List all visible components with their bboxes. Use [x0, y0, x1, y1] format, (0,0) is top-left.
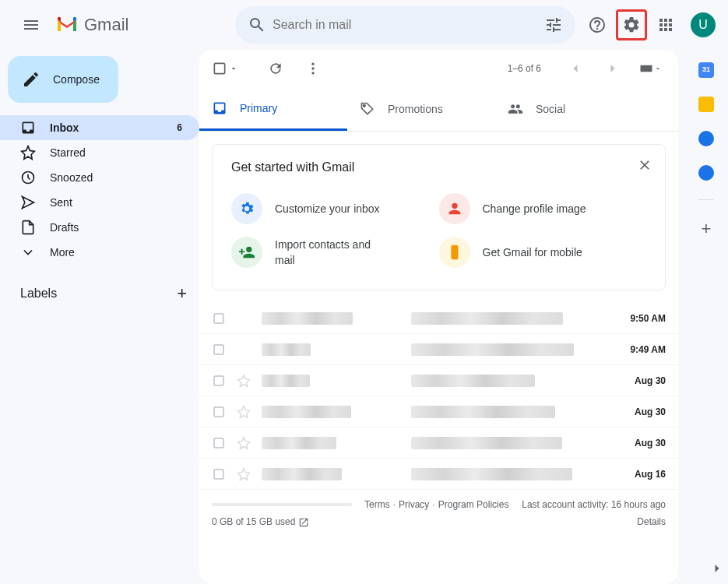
select-all-checkbox[interactable] [212, 61, 238, 76]
hamburger-icon [22, 16, 40, 34]
gs-import-contacts[interactable]: Import contacts and mail [231, 230, 439, 274]
mail-row[interactable]: 9:50 AM [199, 303, 678, 334]
person-icon [446, 200, 463, 217]
row-date: Aug 30 [635, 438, 666, 449]
close-get-started-button[interactable] [637, 157, 652, 173]
sidebar: Compose Inbox 6 Starred Snoozed Sent Dra… [0, 50, 199, 584]
logo[interactable]: Gmail [56, 15, 229, 35]
nav-snoozed[interactable]: Snoozed [0, 165, 199, 190]
tab-promotions[interactable]: Promotions [347, 87, 495, 131]
footer-privacy[interactable]: Privacy [399, 499, 429, 510]
footer-policies[interactable]: Program Policies [438, 499, 509, 510]
older-button[interactable] [597, 53, 628, 84]
nav-label: Sent [50, 196, 72, 209]
open-in-new-icon[interactable] [298, 517, 309, 528]
footer-details[interactable]: Details [637, 516, 666, 528]
footer-terms[interactable]: Terms [364, 499, 390, 510]
svg-rect-13 [214, 470, 223, 479]
nav-drafts[interactable]: Drafts [0, 215, 199, 240]
nav-sent[interactable]: Sent [0, 190, 199, 215]
svg-rect-1 [214, 63, 224, 73]
row-date: Aug 30 [635, 406, 666, 417]
mail-row[interactable]: Aug 30 [199, 365, 678, 396]
search-input[interactable] [273, 18, 538, 32]
tasks-app-button[interactable] [698, 131, 714, 146]
refresh-button[interactable] [260, 53, 291, 84]
settings-button-highlighted[interactable] [616, 9, 647, 40]
apps-button[interactable] [650, 9, 681, 40]
main-menu-button[interactable] [12, 6, 50, 44]
tab-primary[interactable]: Primary [199, 87, 347, 131]
input-tools-button[interactable] [635, 53, 666, 84]
close-icon [637, 157, 652, 173]
nav-starred[interactable]: Starred [0, 140, 199, 165]
calendar-app-button[interactable]: 31 [698, 62, 714, 78]
gs-text: Get Gmail for mobile [483, 245, 582, 260]
gs-change-profile[interactable]: Change profile image [439, 187, 647, 230]
row-star[interactable] [237, 374, 252, 388]
contacts-app-button[interactable] [698, 165, 714, 181]
logo-text: Gmail [84, 15, 128, 35]
mail-row[interactable]: Aug 16 [199, 459, 678, 490]
mail-row[interactable]: Aug 30 [199, 396, 678, 427]
chevron-right-icon [709, 561, 725, 576]
svg-rect-5 [641, 65, 652, 72]
mail-row[interactable]: Aug 30 [199, 427, 678, 459]
svg-rect-12 [214, 438, 223, 448]
row-star[interactable] [237, 436, 252, 450]
newer-button[interactable] [560, 53, 591, 84]
row-subject [411, 375, 625, 387]
support-button[interactable] [582, 9, 613, 40]
nav-label: More [50, 246, 75, 259]
row-star[interactable] [237, 467, 252, 481]
tab-label: Social [536, 103, 565, 115]
add-label-button[interactable]: + [177, 283, 187, 304]
keep-app-button[interactable] [698, 97, 714, 112]
account-avatar[interactable]: U [691, 12, 716, 37]
mail-row[interactable]: 9:49 AM [199, 334, 678, 365]
more-button[interactable] [297, 53, 329, 84]
row-checkbox[interactable] [212, 436, 227, 450]
row-checkbox[interactable] [212, 311, 227, 325]
help-icon [588, 16, 607, 34]
inbox-icon [20, 120, 36, 135]
svg-point-4 [311, 72, 314, 74]
svg-rect-11 [214, 407, 223, 417]
gs-customize-inbox[interactable]: Customize your inbox [231, 187, 439, 230]
gear-icon [622, 16, 641, 34]
people-icon [508, 101, 523, 117]
search-bar[interactable] [235, 6, 575, 44]
pencil-icon [22, 70, 40, 89]
nav-more[interactable]: More [0, 240, 199, 265]
clock-icon [20, 170, 36, 185]
row-star[interactable] [237, 405, 252, 419]
add-app-button[interactable]: + [702, 219, 712, 239]
gmail-icon [56, 16, 78, 33]
row-subject [411, 406, 625, 418]
search-options-button[interactable] [538, 9, 569, 40]
chevron-left-icon [568, 61, 583, 76]
row-checkbox[interactable] [212, 374, 227, 388]
tab-social[interactable]: Social [495, 87, 643, 131]
main-panel: 1–6 of 6 Primary Promotions [199, 50, 678, 584]
nav-label: Inbox [50, 121, 79, 134]
dropdown-icon [229, 64, 238, 73]
row-date: 9:49 AM [630, 344, 666, 355]
apps-icon [656, 16, 675, 34]
row-subject [411, 437, 625, 449]
compose-button[interactable]: Compose [8, 56, 118, 103]
svg-rect-9 [214, 345, 223, 354]
side-panel: 31 + [684, 50, 728, 584]
row-checkbox[interactable] [212, 343, 227, 357]
row-checkbox[interactable] [212, 405, 227, 419]
storage-bar [212, 503, 352, 506]
inbox-tab-icon [212, 100, 227, 116]
hide-panel-button[interactable] [709, 561, 725, 576]
gs-mobile[interactable]: Get Gmail for mobile [439, 230, 647, 274]
row-checkbox[interactable] [212, 467, 227, 481]
nav-inbox[interactable]: Inbox 6 [0, 115, 199, 140]
row-sender [262, 375, 402, 387]
search-button[interactable] [241, 9, 273, 40]
row-sender [262, 312, 402, 325]
row-subject [411, 468, 625, 480]
